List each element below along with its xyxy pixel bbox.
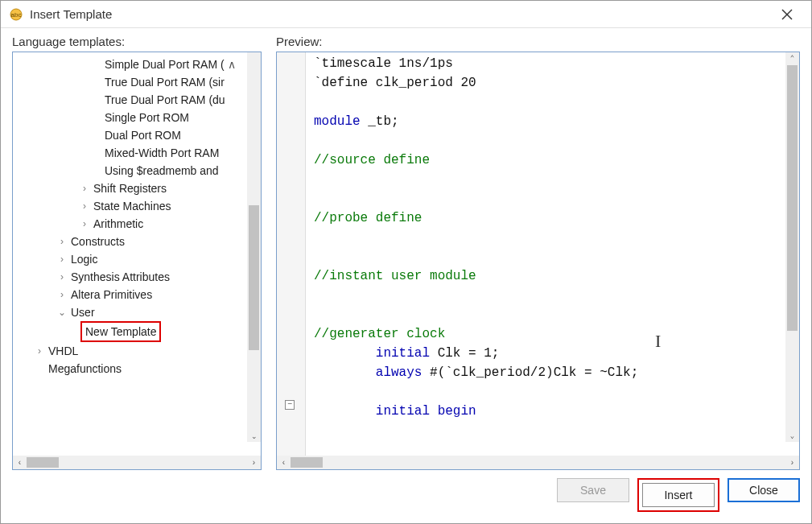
tree-item-label: Mixed-Width Port RAM: [105, 144, 219, 162]
tree-item-label: True Dual Port RAM (sir: [105, 73, 225, 91]
scrollbar-thumb[interactable]: [27, 457, 59, 468]
templates-tree-scroll[interactable]: Simple Dual Port RAM (∧ True Dual Port R…: [13, 52, 261, 456]
scrollbar-thumb[interactable]: [249, 205, 259, 350]
language-templates-label: Language templates:: [12, 35, 262, 48]
chevron-right-icon[interactable]: ›: [56, 286, 68, 303]
code-gutter: −: [277, 52, 306, 456]
code-text: #(`clk_period/2)Clk = ~Clk;: [422, 365, 638, 380]
preview-vertical-scrollbar[interactable]: ⌃ ⌄: [785, 52, 799, 442]
svg-text:abc: abc: [11, 11, 22, 19]
app-icon: abc: [9, 7, 23, 22]
tree-item-label: Dual Port ROM: [105, 126, 181, 144]
code-comment: //probe define: [314, 211, 422, 225]
tree-item[interactable]: ›State Machines: [16, 197, 258, 215]
code-editor[interactable]: − `timescale 1ns/1ps `define clk_period …: [277, 52, 799, 456]
chevron-right-icon[interactable]: ›: [79, 215, 90, 233]
code-keyword: module: [314, 114, 361, 129]
preview-pane: Preview: − `timescale 1ns/1ps `define cl…: [276, 35, 800, 470]
tree-item[interactable]: Simple Dual Port RAM (∧: [16, 56, 258, 73]
insert-template-dialog: abc Insert Template Language templates: …: [0, 0, 812, 524]
tree-item-label: Synthesis Attributes: [71, 268, 170, 286]
preview-container: − `timescale 1ns/1ps `define clk_period …: [276, 52, 800, 470]
dialog-title: Insert Template: [30, 7, 771, 21]
tree-item-label: True Dual Port RAM (du: [105, 91, 225, 109]
language-templates-pane: Language templates: Simple Dual Port RAM…: [12, 35, 262, 470]
tree-item-label: User: [71, 303, 95, 321]
tree-item[interactable]: Dual Port ROM: [16, 126, 258, 144]
tree-item[interactable]: Using $readmemb and: [16, 162, 258, 179]
insert-button[interactable]: Insert: [642, 483, 715, 507]
chevron-down-icon[interactable]: ⌄: [56, 303, 68, 321]
tree-item-label: Shift Registers: [93, 179, 167, 197]
tree-item-label: Simple Dual Port RAM (: [105, 56, 225, 73]
text-cursor-icon: I: [655, 332, 661, 351]
code-keyword: begin: [430, 404, 476, 419]
code-keyword: always: [376, 365, 422, 380]
save-button[interactable]: Save: [557, 478, 629, 502]
tree-item-label: Using $readmemb and: [105, 162, 219, 179]
scroll-down-icon[interactable]: ⌄: [249, 431, 258, 440]
tree-horizontal-scrollbar[interactable]: ‹ ›: [13, 456, 261, 469]
tree-item[interactable]: ›Constructs: [16, 233, 258, 250]
code-keyword: initial: [376, 404, 430, 419]
code-text: `timescale 1ns/1ps: [314, 56, 453, 71]
scroll-down-icon[interactable]: ⌄: [788, 431, 797, 440]
new-template-highlight: New Template: [80, 321, 161, 342]
tree-item-label: Constructs: [71, 233, 125, 250]
code-comment: //generater clock: [314, 327, 445, 341]
tree-item[interactable]: ›Shift Registers: [16, 179, 258, 197]
templates-tree[interactable]: Simple Dual Port RAM (∧ True Dual Port R…: [13, 52, 261, 381]
code-body[interactable]: `timescale 1ns/1ps `define clk_period 20…: [306, 52, 799, 456]
insert-highlight: Insert: [637, 478, 719, 512]
scroll-left-icon[interactable]: ‹: [13, 456, 27, 469]
tree-item[interactable]: ›Arithmetic: [16, 215, 258, 233]
tree-item[interactable]: ›Synthesis Attributes: [16, 268, 258, 286]
content-area: Language templates: Simple Dual Port RAM…: [1, 28, 811, 470]
tree-item[interactable]: ›Logic: [16, 250, 258, 268]
tree-item[interactable]: True Dual Port RAM (sir: [16, 73, 258, 91]
tree-item-label: State Machines: [93, 197, 171, 215]
preview-horizontal-scrollbar[interactable]: ‹ ›: [277, 456, 799, 469]
tree-item-label: Arithmetic: [93, 215, 143, 233]
tree-item[interactable]: True Dual Port RAM (du: [16, 91, 258, 109]
fold-minus-icon[interactable]: −: [285, 400, 295, 410]
code-text: _tb;: [361, 114, 399, 129]
tree-item-user[interactable]: ⌄User: [16, 303, 258, 321]
close-icon[interactable]: [771, 2, 803, 27]
chevron-right-icon[interactable]: ›: [56, 268, 68, 286]
code-comment: //instant user module: [314, 269, 476, 283]
scrollbar-thumb[interactable]: [787, 65, 798, 331]
scroll-left-icon[interactable]: ‹: [277, 456, 291, 469]
chevron-right-icon[interactable]: ›: [79, 197, 90, 215]
close-button[interactable]: Close: [728, 478, 800, 502]
tree-item-label: New Template: [85, 325, 156, 338]
code-text: `define clk_period 20: [314, 76, 476, 90]
chevron-right-icon[interactable]: ›: [79, 179, 90, 197]
tree-item[interactable]: Mixed-Width Port RAM: [16, 144, 258, 162]
scroll-up-icon[interactable]: ⌃: [788, 54, 797, 63]
code-comment: //source define: [314, 153, 430, 167]
tree-item-label: VHDL: [48, 342, 78, 360]
chevron-right-icon[interactable]: ›: [34, 342, 45, 360]
scrollbar-thumb[interactable]: [291, 457, 323, 468]
tree-item-megafunctions[interactable]: Megafunctions: [16, 360, 258, 378]
scroll-up-caret-icon[interactable]: ∧: [228, 56, 236, 73]
preview-label: Preview:: [276, 35, 800, 48]
tree-item[interactable]: Single Port ROM: [16, 109, 258, 126]
chevron-right-icon[interactable]: ›: [56, 250, 68, 268]
scroll-right-icon[interactable]: ›: [247, 456, 261, 469]
tree-item-new-template[interactable]: New Template: [16, 321, 258, 342]
tree-item-label: Megafunctions: [48, 360, 122, 378]
tree-item[interactable]: ›Altera Primitives: [16, 286, 258, 303]
tree-item-label: Altera Primitives: [71, 286, 152, 303]
scroll-right-icon[interactable]: ›: [785, 456, 799, 469]
tree-vertical-scrollbar[interactable]: ⌄: [247, 52, 261, 442]
tree-item-vhdl[interactable]: ›VHDL: [16, 342, 258, 360]
titlebar: abc Insert Template: [1, 1, 811, 28]
button-row: Save Insert Close: [1, 470, 811, 523]
code-keyword: initial: [376, 346, 430, 361]
tree-item-label: Logic: [71, 250, 97, 268]
chevron-right-icon[interactable]: ›: [56, 233, 68, 250]
code-text: Clk = 1;: [430, 346, 499, 361]
tree-item-label: Single Port ROM: [105, 109, 189, 126]
